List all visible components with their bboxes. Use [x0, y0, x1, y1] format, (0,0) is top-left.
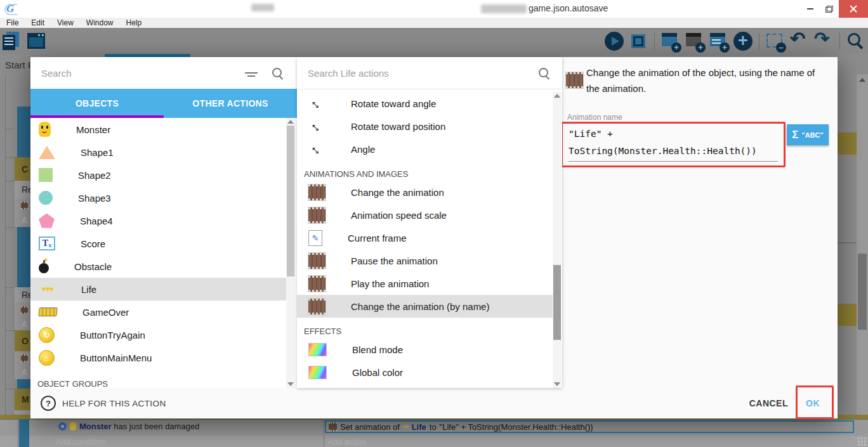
search-icon[interactable]	[539, 68, 548, 77]
object-list-item[interactable]: Shape3	[30, 186, 286, 209]
action-list-item[interactable]: Rotate toward position	[297, 115, 553, 138]
expression-editor-button[interactable]: Σ "ABC"	[787, 124, 829, 145]
add-condition-link[interactable]: Add condition	[56, 437, 106, 446]
maximize-button[interactable]	[820, 0, 839, 18]
background-event-label: A	[15, 368, 27, 377]
start-page-tab[interactable]: Start P	[5, 60, 34, 70]
action-label: Animation speed scale	[351, 210, 447, 221]
object-list-item[interactable]: Shape2	[30, 164, 286, 186]
background-event-row: A	[15, 212, 30, 227]
add-scene-window-icon[interactable]: +	[660, 30, 681, 52]
window-title: game.json.autosave	[529, 3, 608, 13]
object-list-item[interactable]: Life	[30, 278, 286, 301]
action-section-header: ANIMATIONS AND IMAGES	[297, 160, 553, 181]
debug-icon[interactable]	[628, 30, 649, 52]
tree-tick	[5, 389, 15, 389]
action-list-item[interactable]: Change the animation	[297, 181, 553, 204]
background-event-row	[15, 198, 30, 212]
action-search-input[interactable]	[297, 67, 499, 79]
object-label: Obstacle	[74, 261, 112, 272]
object-list-item[interactable]: Obstacle	[30, 255, 286, 278]
action-list-item[interactable]: Blend mode	[297, 338, 553, 361]
menu-file[interactable]: File	[0, 18, 25, 28]
menu-edit[interactable]: Edit	[25, 18, 51, 28]
redo-icon[interactable]	[813, 30, 834, 52]
undo-icon[interactable]	[789, 30, 810, 52]
redacted-title-text	[251, 4, 274, 11]
condition-content[interactable]: Monster has just been damaged	[58, 422, 199, 431]
annotation-box-ok	[796, 385, 834, 419]
action-label: Current frame	[348, 233, 407, 243]
object-list-item[interactable]: ButtonTryAgain	[30, 323, 286, 346]
action-list-item[interactable]: Global color	[297, 361, 553, 384]
menu-view[interactable]: View	[51, 18, 80, 28]
tab-objects[interactable]: OBJECTS	[30, 89, 164, 118]
action-list-item[interactable]: Animation speed scale	[297, 204, 553, 226]
gdevelop-logo-icon: G	[6, 3, 14, 15]
object-list-item[interactable]: Score	[30, 232, 286, 255]
action-list-item[interactable]: Angle	[297, 138, 553, 160]
object-label: Shape3	[78, 193, 111, 204]
annotation-box-field	[561, 122, 786, 167]
action-list-item[interactable]: Play the animation	[297, 272, 553, 295]
action-label: Angle	[351, 144, 375, 155]
hearts-mini-icon: ♥♥	[403, 424, 409, 430]
search-icon[interactable]	[272, 68, 282, 77]
scrollbar-thumb[interactable]	[287, 126, 294, 276]
hearts-icon	[39, 281, 56, 298]
help-link[interactable]: HELP FOR THIS ACTION	[62, 399, 166, 408]
filter-icon[interactable]	[245, 72, 258, 74]
scroll-up-icon[interactable]	[859, 78, 865, 82]
object-label: Shape2	[78, 170, 111, 181]
behavior-gear-icon	[58, 422, 67, 431]
cancel-button[interactable]: CANCEL	[749, 398, 788, 408]
menu-window[interactable]: Window	[80, 18, 120, 28]
background-event-row: Re	[15, 287, 30, 302]
scrollbar-thumb[interactable]	[858, 254, 867, 330]
tree-tick	[5, 157, 15, 158]
object-list-item[interactable]: ButtonMainMenu	[30, 346, 286, 369]
scrollbar-thumb[interactable]	[553, 265, 561, 340]
object-groups-header: OBJECT GROUPS	[30, 379, 304, 389]
rotate-icon	[308, 95, 326, 112]
action-list-item[interactable]: Rotate toward angle	[297, 92, 553, 115]
object-list-item[interactable]: Monster	[30, 118, 286, 141]
menu-bar: File Edit View Window Help	[0, 18, 868, 28]
add-external-events-icon[interactable]: +	[684, 30, 706, 52]
object-list-item[interactable]: Shape4	[30, 209, 286, 232]
object-list-item[interactable]: GameOver	[30, 301, 286, 323]
tab-other-actions[interactable]: OTHER ACTIONS	[164, 89, 297, 118]
selected-action[interactable]: Set animation of ♥♥ Life to "Life" + ToS…	[325, 420, 854, 433]
project-manager-icon[interactable]	[1, 30, 23, 52]
add-action-link[interactable]: Add action	[327, 437, 366, 446]
action-list-item[interactable]: Current frame	[297, 226, 553, 249]
action-list-item[interactable]: Pause the animation	[297, 249, 553, 272]
event-row: Monster has just been damaged Add condit…	[0, 419, 868, 447]
minimize-button[interactable]	[801, 0, 820, 18]
window-scrollbar[interactable]	[857, 74, 868, 447]
add-circle-icon[interactable]	[732, 30, 754, 52]
add-events-list-icon[interactable]: +	[708, 30, 730, 52]
search-icon[interactable]	[845, 30, 867, 52]
events-sheet-right-edge	[838, 74, 858, 447]
object-list-item[interactable]: Shape1	[30, 141, 286, 164]
play-icon[interactable]	[603, 30, 625, 52]
background-event-row: Re	[15, 181, 30, 198]
action-list-scrollbar[interactable]	[553, 92, 562, 388]
help-icon[interactable]: ?	[41, 396, 56, 411]
action-list-item[interactable]: Change the animation (by name)	[297, 295, 553, 318]
remove-selection-icon[interactable]: –	[765, 30, 786, 52]
action-label: Change the animation	[351, 187, 444, 198]
object-label: Shape4	[80, 216, 113, 226]
film-icon	[308, 185, 326, 200]
object-list-scrollbar[interactable]	[286, 118, 295, 388]
events-sheet-left-edge: CReAReAOAMAH	[0, 74, 30, 447]
action-label: Pause the animation	[351, 256, 438, 266]
background-event-label: A	[15, 216, 27, 224]
object-search-input[interactable]	[30, 67, 233, 79]
event-drag-handle[interactable]	[19, 419, 29, 447]
scene-editor-icon[interactable]	[25, 30, 47, 52]
menu-help[interactable]: Help	[120, 18, 148, 28]
redacted-title-text	[481, 4, 527, 13]
close-button[interactable]	[839, 0, 868, 18]
